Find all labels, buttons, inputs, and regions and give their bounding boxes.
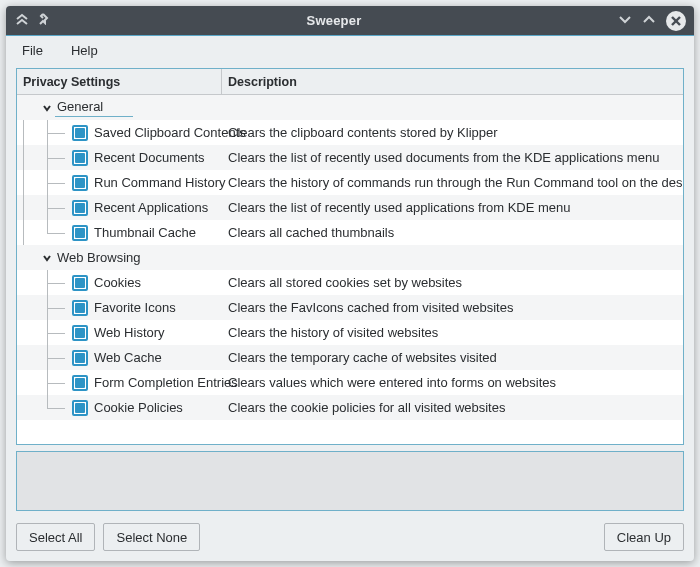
app-window: Sweeper File Help Privacy Settings Descr… — [6, 6, 694, 561]
window-title: Sweeper — [50, 13, 618, 28]
close-button[interactable] — [666, 11, 686, 31]
group-expander-icon[interactable] — [39, 250, 55, 266]
privacy-item-label[interactable]: Web History — [88, 325, 165, 340]
column-header-description[interactable]: Description — [222, 69, 683, 94]
tree-body: GeneralSaved Clipboard ContentsClears th… — [17, 95, 683, 444]
privacy-item-label[interactable]: Cookie Policies — [88, 400, 183, 415]
group-label[interactable]: General — [55, 99, 133, 117]
privacy-item-checkbox[interactable] — [72, 200, 88, 216]
menu-file[interactable]: File — [16, 40, 49, 61]
privacy-item-checkbox[interactable] — [72, 300, 88, 316]
privacy-item-description: Clears the history of visited websites — [222, 320, 683, 345]
privacy-item-checkbox[interactable] — [72, 225, 88, 241]
privacy-item-checkbox[interactable] — [72, 125, 88, 141]
privacy-item-label[interactable]: Web Cache — [88, 350, 162, 365]
group-label[interactable]: Web Browsing — [55, 250, 141, 265]
privacy-item-label[interactable]: Recent Documents — [88, 150, 205, 165]
privacy-item-label[interactable]: Cookies — [88, 275, 141, 290]
privacy-item-checkbox[interactable] — [72, 375, 88, 391]
menubar: File Help — [6, 36, 694, 64]
clean-up-button[interactable]: Clean Up — [604, 523, 684, 551]
group-expander-icon[interactable] — [39, 100, 55, 116]
privacy-item-checkbox[interactable] — [72, 150, 88, 166]
privacy-item-checkbox[interactable] — [72, 400, 88, 416]
privacy-item-description: Clears values which were entered into fo… — [222, 370, 683, 395]
titlebar: Sweeper — [6, 6, 694, 36]
privacy-item-description: Clears all cached thumbnails — [222, 220, 683, 245]
keep-above-icon[interactable] — [16, 13, 28, 28]
tree-header: Privacy Settings Description — [17, 69, 683, 95]
output-panel — [16, 451, 684, 511]
minimize-icon[interactable] — [618, 12, 632, 29]
privacy-item-description: Clears the list of recently used documen… — [222, 145, 683, 170]
privacy-item-description: Clears the clipboard contents stored by … — [222, 120, 683, 145]
pin-icon[interactable] — [38, 13, 50, 28]
privacy-item-description: Clears the temporary cache of websites v… — [222, 345, 683, 370]
privacy-item-checkbox[interactable] — [72, 275, 88, 291]
privacy-item-checkbox[interactable] — [72, 325, 88, 341]
privacy-item-label[interactable]: Run Command History — [88, 175, 226, 190]
privacy-item-description: Clears the list of recently used applica… — [222, 195, 683, 220]
privacy-item-label[interactable]: Form Completion Entries — [88, 375, 238, 390]
privacy-item-description: Clears all stored cookies set by website… — [222, 270, 683, 295]
button-row: Select All Select None Clean Up — [6, 521, 694, 561]
privacy-item-description: Clears the FavIcons cached from visited … — [222, 295, 683, 320]
privacy-item-label[interactable]: Favorite Icons — [88, 300, 176, 315]
privacy-item-description: Clears the cookie policies for all visit… — [222, 395, 683, 420]
menu-help[interactable]: Help — [65, 40, 104, 61]
privacy-item-label[interactable]: Thumbnail Cache — [88, 225, 196, 240]
privacy-item-description: Clears the history of commands run throu… — [222, 170, 683, 195]
privacy-tree: Privacy Settings Description GeneralSave… — [16, 68, 684, 445]
maximize-icon[interactable] — [642, 12, 656, 29]
privacy-item-checkbox[interactable] — [72, 350, 88, 366]
content-area: Privacy Settings Description GeneralSave… — [6, 64, 694, 521]
select-all-button[interactable]: Select All — [16, 523, 95, 551]
privacy-item-label[interactable]: Recent Applications — [88, 200, 208, 215]
privacy-item-label[interactable]: Saved Clipboard Contents — [88, 125, 246, 140]
privacy-item-checkbox[interactable] — [72, 175, 88, 191]
select-none-button[interactable]: Select None — [103, 523, 200, 551]
column-header-settings[interactable]: Privacy Settings — [17, 69, 222, 94]
